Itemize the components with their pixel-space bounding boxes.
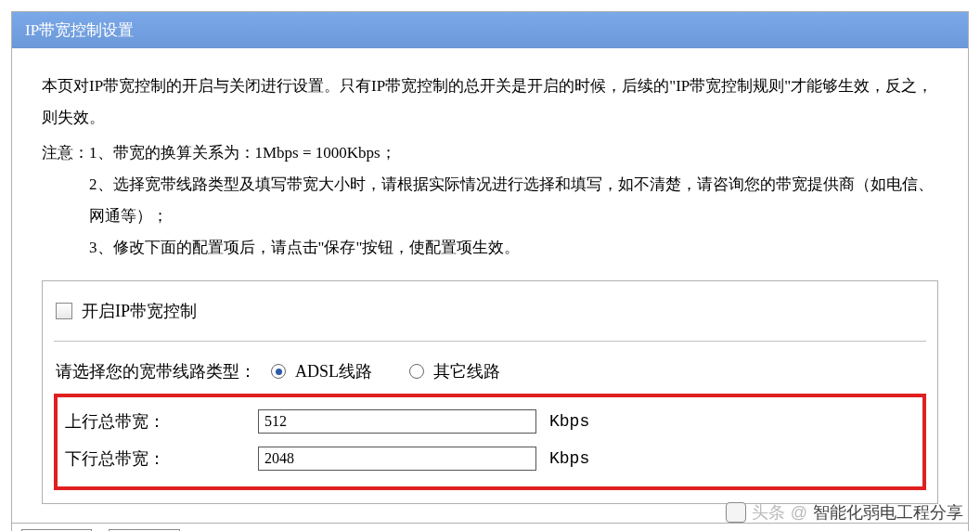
bandwidth-highlight: 上行总带宽： Kbps 下行总带宽： Kbps bbox=[54, 394, 926, 490]
radio-other-group[interactable]: 其它线路 bbox=[409, 355, 500, 388]
note-item-3: 3、修改下面的配置项后，请点击"保存"按钮，使配置项生效。 bbox=[89, 232, 938, 264]
upstream-input[interactable] bbox=[258, 409, 536, 434]
radio-adsl-group[interactable]: ADSL线路 bbox=[271, 355, 372, 388]
title-bar: IP带宽控制设置 bbox=[12, 12, 968, 48]
downstream-input[interactable] bbox=[258, 447, 536, 471]
notes-block: 注意： 1、带宽的换算关系为：1Mbps = 1000Kbps； 2、选择宽带线… bbox=[42, 137, 938, 264]
upstream-unit: Kbps bbox=[549, 405, 589, 438]
watermark-prefix: 头条 bbox=[752, 501, 785, 524]
enable-label: 开启IP带宽控制 bbox=[82, 294, 197, 328]
radio-other[interactable] bbox=[409, 364, 424, 379]
watermark-at: @ bbox=[791, 503, 807, 523]
radio-other-label: 其它线路 bbox=[433, 355, 500, 388]
line-type-row: 请选择您的宽带线路类型： ADSL线路 其它线路 bbox=[54, 355, 926, 388]
downstream-label: 下行总带宽： bbox=[65, 442, 251, 475]
content-area: 本页对IP带宽控制的开启与关闭进行设置。只有IP带宽控制的总开关是开启的时候，后… bbox=[12, 48, 968, 523]
settings-panel: 开启IP带宽控制 请选择您的宽带线路类型： ADSL线路 其它线路 上行总带宽：… bbox=[42, 280, 938, 504]
downstream-row: 下行总带宽： Kbps bbox=[65, 442, 915, 475]
enable-checkbox[interactable] bbox=[56, 303, 72, 319]
button-row: 保 存 帮 助 bbox=[12, 523, 968, 531]
upstream-label: 上行总带宽： bbox=[65, 405, 251, 438]
note-item-2: 2、选择宽带线路类型及填写带宽大小时，请根据实际情况进行选择和填写，如不清楚，请… bbox=[89, 169, 938, 232]
watermark: 头条 @ 智能化弱电工程分享 bbox=[726, 501, 963, 524]
line-type-label: 请选择您的宽带线路类型： bbox=[56, 355, 256, 388]
upstream-row: 上行总带宽： Kbps bbox=[65, 405, 915, 438]
settings-window: IP带宽控制设置 本页对IP带宽控制的开启与关闭进行设置。只有IP带宽控制的总开… bbox=[11, 11, 969, 531]
title-text: IP带宽控制设置 bbox=[25, 21, 134, 39]
radio-adsl[interactable] bbox=[271, 364, 286, 379]
radio-adsl-label: ADSL线路 bbox=[295, 355, 372, 388]
enable-checkbox-row[interactable]: 开启IP带宽控制 bbox=[54, 294, 926, 342]
note-item-1: 1、带宽的换算关系为：1Mbps = 1000Kbps； bbox=[89, 137, 938, 169]
notes-label: 注意： bbox=[42, 137, 89, 264]
downstream-unit: Kbps bbox=[549, 442, 589, 475]
intro-text: 本页对IP带宽控制的开启与关闭进行设置。只有IP带宽控制的总开关是开启的时候，后… bbox=[42, 71, 938, 134]
watermark-name: 智能化弱电工程分享 bbox=[813, 501, 963, 524]
watermark-logo-icon bbox=[726, 502, 746, 523]
